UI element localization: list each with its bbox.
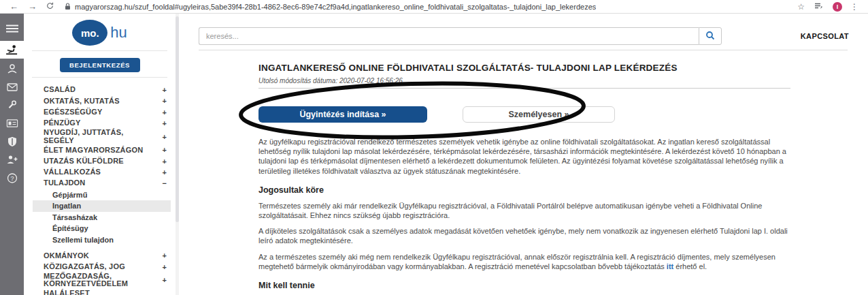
itt-link[interactable]: itt <box>667 262 673 270</box>
browser-menu-icon[interactable]: ⋮ <box>850 2 858 12</box>
sidebar-item-oktatas[interactable]: OKTATÁS, KUTATÁS+ <box>44 95 167 106</box>
login-button[interactable]: BEJELENTKEZÉS <box>60 58 140 72</box>
header-divider <box>199 50 848 50</box>
id-card-icon[interactable] <box>6 118 18 130</box>
sidebar-item-tulajdon[interactable]: TULAJDON− <box>44 178 167 189</box>
mail-icon[interactable] <box>7 82 18 94</box>
expand-icon[interactable]: + <box>162 108 167 117</box>
page-title: INGATLANKERESŐ ONLINE FÖLDHIVATALI SZOLG… <box>258 63 790 73</box>
last-modified: Utolsó módosítás dátuma: 2020-07-02 16:5… <box>258 77 790 89</box>
expand-icon[interactable]: + <box>162 97 167 105</box>
sidebar-menu: CSALÁD+ OKTATÁS, KUTATÁS+ EGÉSZSÉGÜGY+ P… <box>24 84 176 295</box>
sidebar: mo. hu BEJELENTKEZÉS CSALÁD+ OKTATÁS, KU… <box>24 14 176 295</box>
in-person-button[interactable]: Személyesen » <box>463 106 615 123</box>
svg-text:?: ? <box>10 175 14 182</box>
jogosultak-paragraph-3: Az a természetes személy aki még nem ren… <box>258 252 790 271</box>
mohu-logo-hu: hu <box>110 24 127 42</box>
expand-icon[interactable]: + <box>162 133 167 141</box>
main-content: KAPCSOLAT INGATLANKERESŐ ONLINE FÖLDHIVA… <box>184 14 868 295</box>
browser-chrome: ← → magyarorszag.hu/szuf_fooldal#ugyleir… <box>0 0 868 14</box>
jogosultak-paragraph-2: A díjköteles szolgáltatások csak a szemé… <box>258 226 790 245</box>
reading-list-icon[interactable] <box>814 1 823 13</box>
contact-link[interactable]: KAPCSOLAT <box>801 32 849 40</box>
shield-icon[interactable] <box>7 136 17 150</box>
sidebar-divider <box>32 77 167 78</box>
back-icon[interactable]: ← <box>10 1 18 13</box>
scrollbar-thumb[interactable] <box>176 16 179 222</box>
expand-icon[interactable]: + <box>162 119 167 127</box>
mohu-logo[interactable]: mo. hu <box>24 20 176 46</box>
sidebar-item-nyugdij[interactable]: NYUGDÍJ, JUTTATÁS, SEGÉLY+ <box>44 129 167 144</box>
intro-paragraph: Az ügyfélkapu regisztrációval rendelkező… <box>258 137 790 176</box>
start-case-button[interactable]: Ügyintézés indítása » <box>258 106 427 123</box>
help-icon[interactable]: ? <box>7 173 17 186</box>
icon-rail: ? <box>0 14 24 295</box>
sidebar-item-kozigazgatas[interactable]: KÖZIGAZGATÁS, JOG+ <box>44 262 167 273</box>
expand-icon[interactable]: + <box>162 146 167 154</box>
section-heading-jogosultak: Jogosultak köre <box>258 185 790 195</box>
forward-icon[interactable]: → <box>28 1 37 13</box>
action-buttons: Ügyintézés indítása » Személyesen » <box>258 106 790 123</box>
sidebar-item-vallalkozas[interactable]: VÁLLALKOZÁS+ <box>44 167 167 178</box>
expand-icon[interactable]: + <box>162 263 167 271</box>
address-bar[interactable]: magyarorszag.hu/szuf_fooldal#ugyleiras,5… <box>75 3 596 11</box>
sidebar-divider <box>32 50 167 51</box>
sidebar-item-mezogazdasag[interactable]: MEZŐGAZDASÁG, KÖRNYEZETVÉDELEM+ <box>44 273 167 288</box>
wrench-icon[interactable] <box>7 99 17 112</box>
expand-icon[interactable]: + <box>162 276 167 284</box>
article: INGATLANKERESŐ ONLINE FÖLDHIVATALI SZOLG… <box>258 63 790 295</box>
sidebar-item-clipped[interactable]: HALÁLESET <box>44 288 167 295</box>
mohu-logo-ellipse: mo. <box>72 20 107 46</box>
search-button[interactable] <box>699 27 722 45</box>
sidebar-scrollbar[interactable] <box>176 14 179 295</box>
sidebar-subitem-tarsashazak[interactable]: Társasházak <box>33 212 171 223</box>
reload-icon[interactable] <box>46 1 54 13</box>
profile-icon[interactable] <box>7 63 18 76</box>
sidebar-item-utazas[interactable]: UTAZÁS KÜLFÖLDRE+ <box>44 155 167 166</box>
search-icon <box>705 31 715 42</box>
sidebar-subitem-szellemi-tulajdon[interactable]: Szellemi tulajdon <box>33 234 171 246</box>
bookmark-star-icon[interactable]: ☆ <box>797 2 805 12</box>
menu-icon[interactable] <box>6 23 18 35</box>
section-heading-mit-kell: Mit kell tennie <box>258 281 790 290</box>
sidebar-item-egeszsegugy[interactable]: EGÉSZSÉGÜGY+ <box>44 107 167 118</box>
sidebar-item-okmanyok[interactable]: OKMÁNYOK+ <box>44 250 167 261</box>
case-admin-icon[interactable] <box>0 41 24 59</box>
collapse-icon[interactable]: − <box>162 179 167 187</box>
expand-icon[interactable]: + <box>162 251 167 260</box>
sidebar-subitem-epitesugy[interactable]: Építésügy <box>33 223 171 234</box>
jogosultak-paragraph-1: Természetes személy aki már rendelkezik … <box>258 201 790 220</box>
search-bar <box>199 27 722 45</box>
profile-avatar[interactable]: I <box>833 2 842 12</box>
expand-icon[interactable]: + <box>162 86 167 94</box>
sidebar-subitem-ingatlan[interactable]: Ingatlan <box>33 200 171 212</box>
expand-icon[interactable]: + <box>162 168 167 176</box>
lock-icon[interactable] <box>65 3 71 10</box>
search-input[interactable] <box>199 27 699 45</box>
sidebar-item-penzugy[interactable]: PÉNZÜGY+ <box>44 118 167 129</box>
sidebar-item-elet-magyarorszagon[interactable]: ÉLET MAGYARORSZÁGON+ <box>44 144 167 155</box>
sidebar-item-csalad[interactable]: CSALÁD+ <box>44 84 167 95</box>
expand-icon[interactable]: + <box>162 157 167 166</box>
add-user-icon[interactable] <box>6 155 18 167</box>
sidebar-subitem-gepjarmu[interactable]: Gépjármű <box>33 189 171 200</box>
